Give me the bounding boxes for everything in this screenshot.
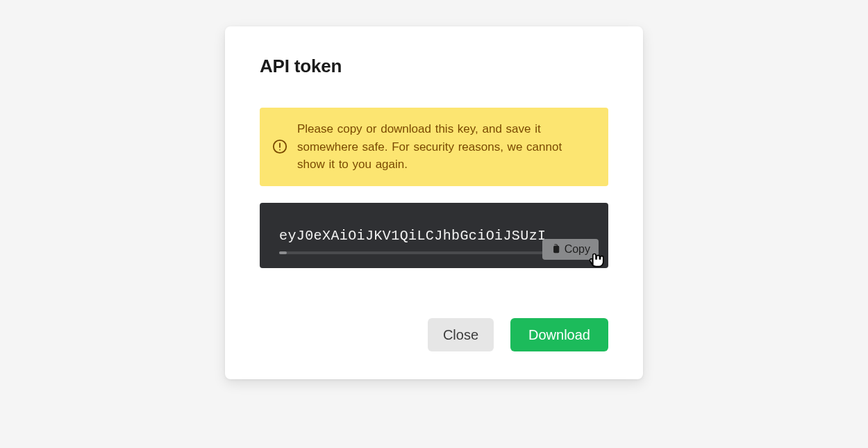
copy-button-label: Copy [565,243,590,256]
close-button[interactable]: Close [428,318,494,351]
warning-text: Please copy or download this key, and sa… [297,120,593,174]
dialog-title: API token [260,56,608,77]
api-token-dialog: API token Please copy or download this k… [225,26,643,379]
download-button[interactable]: Download [510,318,608,351]
page-background: API token Please copy or download this k… [0,0,868,448]
token-value: eyJ0eXAiOiJKV1QiLCJhbGciOiJSUzI [279,228,546,244]
scrollbar-thumb[interactable] [279,251,287,254]
token-display: eyJ0eXAiOiJKV1QiLCJhbGciOiJSUzI Copy [260,203,608,268]
clipboard-icon [551,244,560,255]
warning-banner: Please copy or download this key, and sa… [260,108,608,186]
warning-icon [272,139,287,154]
copy-button[interactable]: Copy [542,239,599,260]
svg-point-2 [279,149,281,151]
svg-rect-3 [553,246,558,252]
dialog-actions: Close Download [260,318,608,351]
